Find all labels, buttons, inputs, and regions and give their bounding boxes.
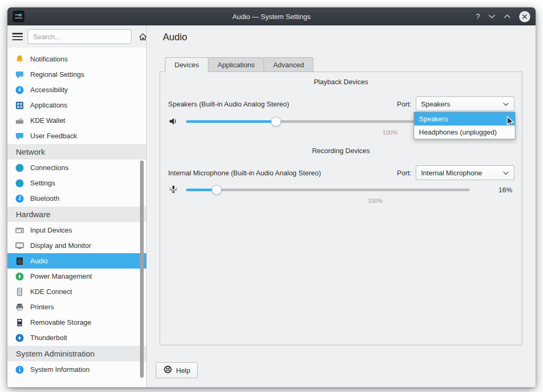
search-input[interactable]	[28, 29, 132, 44]
tab-advanced[interactable]: Advanced	[264, 57, 313, 72]
playback-section-title: Playback Devices	[160, 78, 522, 86]
sidebar-list: Notifications Regional Settings Accessib…	[7, 48, 146, 387]
sidebar-item-thunderbolt[interactable]: Thunderbolt	[7, 330, 146, 345]
playback-device-label: Speakers (Built-in Audio Analog Stereo)	[168, 100, 289, 108]
playback-device-row: Speakers (Built-in Audio Analog Stereo) …	[168, 96, 514, 111]
playback-100-tick: 100%	[383, 129, 398, 136]
sidebar-item-bluetooth[interactable]: Bluetooth	[7, 191, 146, 206]
thunderbolt-icon	[14, 333, 25, 343]
sidebar-toolbar	[7, 25, 146, 48]
speaker-volume-icon	[167, 116, 180, 127]
sidebar-item-applications[interactable]: Applications	[7, 97, 146, 113]
globe-icon	[14, 178, 25, 189]
power-icon	[14, 271, 25, 282]
drive-icon	[14, 317, 25, 328]
sidebar-item-display-monitor[interactable]: Display and Monitor	[7, 238, 146, 253]
close-button[interactable]	[519, 11, 530, 22]
app-icon	[13, 11, 24, 22]
chevron-down-icon	[503, 169, 509, 177]
wallet-icon	[14, 115, 25, 126]
sidebar-item-input-devices[interactable]: Input Devices	[7, 222, 146, 238]
microphone-volume-icon	[167, 184, 180, 195]
slider-handle[interactable]	[271, 117, 281, 127]
bluetooth-icon	[14, 193, 25, 204]
feedback-icon	[14, 131, 25, 141]
titlebar[interactable]: Audio — System Settings ?	[7, 7, 536, 25]
tab-devices[interactable]: Devices	[165, 57, 208, 72]
content-area: Audio Devices Applications Advanced Play…	[147, 25, 536, 387]
monitor-icon	[14, 240, 25, 251]
recording-device-label: Internal Microphone (Built-in Audio Anal…	[168, 169, 321, 177]
sidebar-item-power-management[interactable]: Power Management	[7, 269, 146, 284]
sidebar-item-user-feedback[interactable]: User Feedback	[7, 128, 146, 144]
sidebar-section-network: Network	[7, 144, 146, 159]
sidebar-item-notifications[interactable]: Notifications	[7, 51, 146, 67]
sidebar-item-accessibility[interactable]: Accessibility	[7, 82, 146, 97]
help-icon	[163, 365, 172, 376]
devices-tab-panel: Playback Devices Speakers (Built-in Audi…	[160, 72, 522, 345]
recording-device-row: Internal Microphone (Built-in Audio Anal…	[168, 165, 514, 180]
tab-bar: Devices Applications Advanced	[165, 57, 313, 72]
slider-handle[interactable]	[212, 185, 222, 195]
sidebar-item-audio[interactable]: Audio	[7, 253, 146, 269]
sidebar-item-system-information[interactable]: System Information	[7, 362, 146, 377]
sidebar: Notifications Regional Settings Accessib…	[7, 25, 147, 387]
sidebar-item-kde-wallet[interactable]: KDE Wallet	[7, 113, 146, 128]
info-icon	[14, 364, 25, 375]
dropdown-option-headphones[interactable]: Headphones (unplugged)	[414, 126, 515, 139]
mouse-cursor	[506, 116, 516, 130]
chat-icon	[14, 69, 25, 80]
sidebar-scrollbar[interactable]	[140, 161, 144, 378]
sidebar-item-kde-connect[interactable]: KDE Connect	[7, 284, 146, 299]
system-settings-window: Audio — System Settings ? N	[7, 7, 536, 387]
grid-icon	[14, 100, 25, 111]
playback-port-label: Port:	[397, 100, 411, 108]
menu-icon[interactable]	[12, 33, 23, 40]
bell-icon	[14, 54, 25, 65]
help-window-button[interactable]: ?	[476, 13, 480, 20]
playback-port-combobox[interactable]: Speakers	[416, 96, 514, 111]
tab-applications[interactable]: Applications	[208, 57, 264, 72]
speaker-box-icon	[14, 256, 25, 266]
recording-volume-row: 100% 16%	[167, 183, 514, 196]
globe-icon	[14, 163, 25, 173]
sidebar-item-removable-storage[interactable]: Removable Storage	[7, 315, 146, 330]
recording-section-title: Recording Devices	[160, 147, 522, 155]
printer-icon	[14, 302, 25, 313]
dropdown-option-speakers[interactable]: Speakers	[414, 112, 515, 126]
recording-volume-value: 16%	[498, 186, 514, 194]
minimize-button[interactable]	[488, 14, 495, 19]
sidebar-item-printers[interactable]: Printers	[7, 299, 146, 315]
sidebar-item-connections[interactable]: Connections	[7, 160, 146, 175]
keyboard-icon	[14, 225, 25, 236]
page-title: Audio	[163, 32, 187, 43]
help-button[interactable]: Help	[156, 362, 198, 378]
recording-100-tick: 100%	[368, 198, 383, 204]
recording-volume-slider[interactable]: 100%	[186, 183, 470, 196]
recording-port-combobox[interactable]: Internal Microphone	[416, 165, 514, 180]
port-dropdown-popup: Speakers Headphones (unplugged)	[414, 112, 515, 139]
phone-icon	[14, 287, 25, 297]
window-title: Audio — System Settings	[7, 13, 536, 21]
maximize-button[interactable]	[504, 14, 511, 19]
sidebar-item-regional-settings[interactable]: Regional Settings	[7, 67, 146, 82]
accessibility-icon	[14, 85, 25, 95]
sidebar-section-system-administration: System Administration	[7, 346, 146, 361]
chevron-down-icon	[503, 100, 509, 108]
recording-port-label: Port:	[397, 169, 411, 177]
sidebar-section-hardware: Hardware	[7, 207, 146, 222]
sidebar-item-network-settings[interactable]: Settings	[7, 175, 146, 191]
